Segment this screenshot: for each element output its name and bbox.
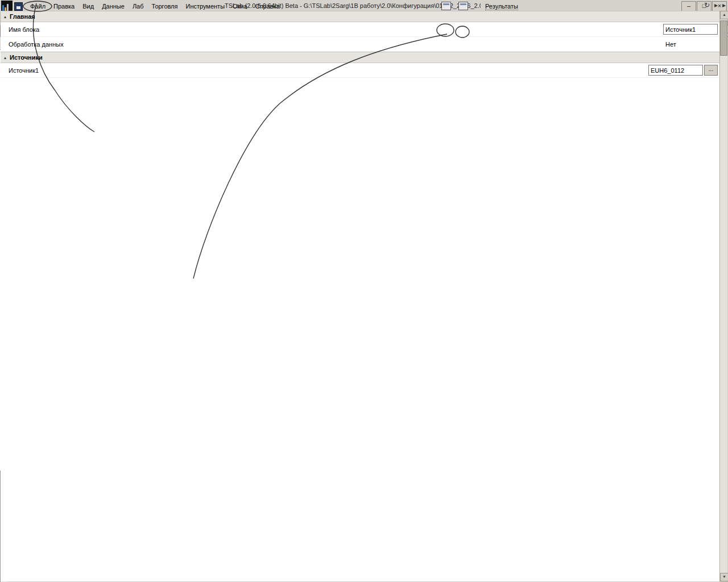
tab-label: Результаты bbox=[485, 3, 518, 10]
property-label: Имя блока bbox=[9, 26, 663, 33]
float-panel-icon[interactable] bbox=[441, 2, 451, 10]
refresh-icon[interactable]: ↻ bbox=[704, 1, 710, 9]
tab-list-icon[interactable]: ▸ bbox=[722, 1, 726, 9]
scroll-up-icon[interactable]: ▲ bbox=[720, 11, 728, 19]
property-value-input[interactable]: Источник1 bbox=[663, 24, 718, 35]
dock-panel-icon[interactable] bbox=[458, 2, 468, 10]
property-label: Источник1 bbox=[9, 67, 648, 74]
next-tab-icon[interactable]: ▸ bbox=[714, 1, 718, 9]
property-section-header[interactable]: ▴Главная bbox=[1, 11, 720, 22]
property-row: Обработка данныхНет bbox=[1, 37, 720, 52]
tslab-main-window: ФайлПравкаВидДанныеЛабТорговляИнструмент… bbox=[0, 0, 728, 582]
section-title: Источники bbox=[10, 54, 43, 61]
properties-body: ▴ГлавнаяИмя блокаИсточник1Обработка данн… bbox=[1, 11, 720, 581]
properties-scrollbar[interactable]: ▲ ▼ bbox=[719, 11, 727, 581]
collapse-icon[interactable]: ▴ bbox=[4, 14, 6, 19]
property-row: Источник1EUH6_0112... bbox=[1, 63, 720, 78]
section-title: Главная bbox=[10, 13, 35, 20]
property-value: Нет bbox=[665, 41, 718, 48]
scrollbar-thumb[interactable] bbox=[720, 20, 727, 56]
property-section-header[interactable]: ▴Источники bbox=[1, 52, 720, 63]
property-value-input[interactable]: EUH6_0112 bbox=[648, 65, 703, 76]
tab-strip-controls: ↻ ▸ ▸ bbox=[704, 1, 726, 9]
collapse-icon[interactable]: ▴ bbox=[4, 55, 6, 60]
property-label: Обработка данных bbox=[9, 41, 665, 48]
scroll-down-icon[interactable]: ▼ bbox=[720, 573, 728, 581]
browse-button[interactable]: ... bbox=[704, 65, 718, 76]
property-row: Имя блокаИсточник1 bbox=[1, 22, 720, 37]
